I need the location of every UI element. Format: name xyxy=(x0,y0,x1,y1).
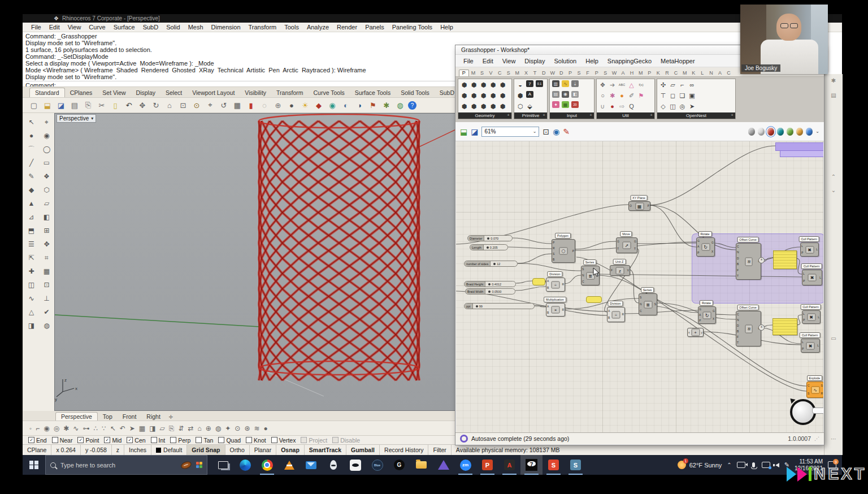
sidebar-tool-icon[interactable]: ◧ xyxy=(44,213,50,221)
viewport-tab-perspective[interactable]: Perspective xyxy=(55,412,98,421)
tool-icon[interactable]: ↖ xyxy=(110,424,116,432)
util-component-icon[interactable]: ❖ xyxy=(599,80,606,90)
geometry-component-icon[interactable]: ⬢ xyxy=(489,80,497,90)
sidebar-tool-icon[interactable]: ⊿ xyxy=(28,213,34,221)
osnap-end-checkbox[interactable]: ✓End xyxy=(28,437,47,444)
tool-icon[interactable]: ● xyxy=(264,424,268,432)
taskbar-app-blue-mic[interactable]: Blue xyxy=(366,455,388,475)
viewport-tab-front[interactable]: Front xyxy=(118,413,142,421)
taskbar-app-rhino[interactable]: 7 xyxy=(520,455,542,475)
number-slider-number-of-sides[interactable]: number of sides12 xyxy=(464,261,518,267)
menu-item-edit[interactable]: Edit xyxy=(45,24,64,31)
zoom-selected-icon[interactable]: ⊙ xyxy=(191,99,202,111)
menu-item-tools[interactable]: Tools xyxy=(280,24,303,31)
input-component-icon[interactable]: ⇣ xyxy=(571,80,579,87)
explode-node[interactable]: CSSR∿ xyxy=(806,382,823,398)
gh-menu-item-view[interactable]: View xyxy=(498,58,520,64)
opennest-component-icon[interactable]: ❏ xyxy=(679,91,686,101)
viewport-title-chip[interactable]: Perspective ▾ xyxy=(57,114,96,123)
sidebar-tool-icon[interactable]: ▭ xyxy=(44,159,50,167)
gh-category-tab[interactable]: L xyxy=(698,70,707,76)
status-toggle-gumball[interactable]: Gumball xyxy=(346,445,380,455)
sidebar-tool-icon[interactable]: ▱ xyxy=(44,200,49,207)
gh-category-tab[interactable]: A xyxy=(715,70,724,76)
palette-group-label-input[interactable]: Input+ xyxy=(550,112,594,119)
sidebar-tool-icon[interactable]: ▲ xyxy=(28,200,35,207)
util-component-icon[interactable]: ● xyxy=(618,91,626,101)
gh-category-tab[interactable]: P xyxy=(592,70,601,76)
taskbar-app-prism[interactable] xyxy=(432,455,454,475)
primitive-component-icon[interactable]: A xyxy=(526,91,533,98)
viewport-tab-right[interactable]: Right xyxy=(141,413,166,421)
microphone-tray-icon[interactable] xyxy=(752,462,755,467)
paste-icon[interactable]: ▯ xyxy=(110,99,121,111)
tool-icon[interactable]: ◨ xyxy=(149,424,155,432)
geometry-component-icon[interactable]: ⬢ xyxy=(461,101,468,111)
menu-item-file[interactable]: File xyxy=(27,24,45,31)
osnap-near-checkbox[interactable]: Near xyxy=(52,437,73,444)
panel-control-icon[interactable]: ▤ xyxy=(824,92,843,98)
status-toggle-smarttrack[interactable]: SmartTrack xyxy=(305,445,346,455)
toolbar-tab-surface-tools[interactable]: Surface Tools xyxy=(350,88,396,97)
tool-icon[interactable]: ⌂ xyxy=(198,424,202,432)
tool-icon[interactable]: ≋ xyxy=(254,424,259,432)
gh-category-tab[interactable]: T xyxy=(531,70,540,76)
tool-icon[interactable]: ◉ xyxy=(44,424,49,432)
lock-icon[interactable]: ● xyxy=(286,99,297,111)
menu-item-help[interactable]: Help xyxy=(436,24,457,31)
earth-icon[interactable]: ◍ xyxy=(394,99,406,111)
data-panel[interactable] xyxy=(773,250,797,269)
gh-category-tab[interactable]: H xyxy=(627,70,636,76)
number-slider-length[interactable]: Length0.205 xyxy=(470,244,508,250)
util-component-icon[interactable]: ABC xyxy=(618,80,626,90)
gh-category-tab[interactable]: S xyxy=(504,70,513,76)
util-component-icon[interactable]: ∪ xyxy=(599,101,606,111)
taskbar-app-file-explorer[interactable] xyxy=(410,455,432,475)
panel-control-icon[interactable]: ✱ xyxy=(824,77,843,84)
geometry-component-icon[interactable]: ⬢ xyxy=(480,101,487,111)
camera-tray-icon[interactable] xyxy=(737,462,745,468)
util-component-icon[interactable]: △ xyxy=(628,80,635,90)
sidebar-tool-icon[interactable]: △ xyxy=(29,308,34,316)
gh-menu-item-solution[interactable]: Solution xyxy=(549,58,581,64)
gh-category-tab[interactable]: C xyxy=(495,70,504,76)
osnap-disable-checkbox[interactable]: Disable xyxy=(332,437,360,444)
status-y-0-058[interactable]: y -0.058 xyxy=(81,445,112,455)
util-component-icon[interactable]: ✐ xyxy=(628,91,635,101)
sidebar-tool-icon[interactable]: ▦ xyxy=(44,267,50,275)
panel-control-icon[interactable]: ⋯ xyxy=(824,436,843,442)
input-component-icon[interactable]: ✦ xyxy=(552,101,559,108)
osnap-mid-checkbox[interactable]: ✓Mid xyxy=(104,437,121,444)
opennest-component-icon[interactable]: ⌐ xyxy=(679,80,686,90)
new-file-icon[interactable]: ▢ xyxy=(28,99,40,111)
gh-category-tab[interactable]: C xyxy=(724,70,734,76)
cull-pattern-node[interactable]: LPL✖ xyxy=(801,339,820,353)
taskbar-app-vlc[interactable] xyxy=(278,455,300,475)
rhino-perspective-viewport[interactable]: zxy Perspective ▾ xyxy=(54,113,457,411)
opennest-component-icon[interactable]: ⊤ xyxy=(659,91,667,101)
opennest-component-icon[interactable]: ∞ xyxy=(688,80,696,90)
tool-icon[interactable]: ✦ xyxy=(225,424,231,432)
taskbar-app-sketchup-orange[interactable]: S xyxy=(542,455,565,475)
primitive-component-icon[interactable]: ⬙ xyxy=(526,101,533,111)
panel-control-icon[interactable]: ▭ xyxy=(824,335,843,341)
tool-icon[interactable]: ⎘ xyxy=(169,424,175,432)
sidebar-tool-icon[interactable]: ◆ xyxy=(29,186,34,194)
osnap-point-checkbox[interactable]: ✓Point xyxy=(77,437,99,444)
gh-category-tab[interactable]: D xyxy=(557,70,566,76)
sidebar-tool-icon[interactable]: ⌗ xyxy=(45,254,49,262)
lamp-icon[interactable]: ☀ xyxy=(300,99,311,111)
copy-icon[interactable]: ⎘ xyxy=(83,99,94,111)
division-node[interactable]: ABR÷ xyxy=(607,307,625,322)
number-slider-braid-width[interactable]: Braid Width0.0500 xyxy=(465,288,515,294)
sidebar-tool-icon[interactable]: ✔ xyxy=(44,308,49,316)
util-component-icon[interactable]: Q xyxy=(628,101,635,111)
display-mode-gem-icon[interactable] xyxy=(806,128,813,136)
sidebar-tool-icon[interactable]: ✥ xyxy=(44,240,49,248)
sidebar-tool-icon[interactable]: ⇱ xyxy=(28,254,34,262)
taskbar-app-chrome[interactable] xyxy=(256,455,278,475)
geometry-component-icon[interactable]: ⬢ xyxy=(499,101,506,111)
status-default[interactable]: Default xyxy=(151,445,187,455)
menu-item-solid[interactable]: Solid xyxy=(162,24,184,31)
show-icon[interactable]: ⊕ xyxy=(272,99,284,111)
